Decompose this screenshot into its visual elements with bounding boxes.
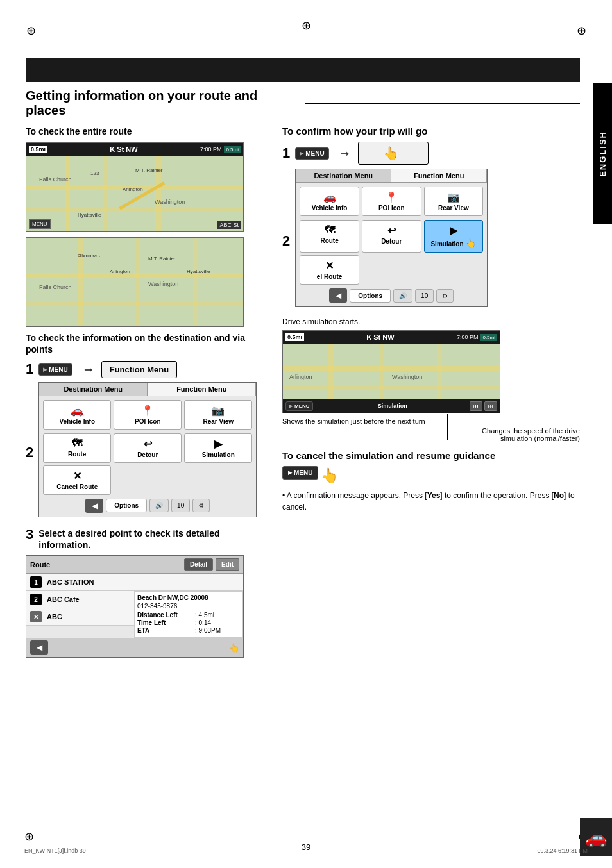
svg-rect-15 [135,238,139,327]
dest-tab-destination-right[interactable]: Destination Menu [296,169,391,182]
dest-item-cancel-right[interactable]: ✕ el Route [300,255,359,285]
dest-menu-screen-left: Destination Menu Function Menu 🚗 Vehicle… [38,382,257,517]
svg-rect-14 [78,238,83,327]
step1-number-right: 1 [282,145,290,162]
back-btn-right[interactable]: ◀ [329,288,347,303]
svg-rect-13 [26,238,244,327]
eta-label: ETA [137,627,195,634]
dest-item-cancel-left[interactable]: ✕ Cancel Route [43,465,111,495]
route-edit-btn[interactable]: Edit [216,558,239,571]
dest-item-route-right[interactable]: 🗺 Route [300,220,359,253]
hand-icon-route: 👆 [229,643,239,653]
route-item-3[interactable]: ✕ ABC [26,608,134,626]
route-icon-left: 🗺 [46,438,108,449]
step2-right: 2 Destination Menu Function Menu 🚗 Vehic… [282,169,580,313]
step2-left: 2 Destination Menu Function Menu 🚗 Vehic… [26,382,269,524]
small-btn-right1[interactable]: 🔊 [393,289,412,303]
cancel-label-left: Cancel Route [56,483,98,490]
check-entire-route-title: To check the entire route [26,126,269,137]
detour-label-left: Detour [137,451,158,458]
dest-menu-grid-row1-right: 🚗 Vehicle Info 📍 POI Icon 📷 Rear View [296,183,487,220]
options-btn-left[interactable]: Options [106,499,147,512]
rear-label-right: Rear View [438,204,469,212]
svg-text:Falls Church: Falls Church [39,176,72,183]
dest-item-sim-left[interactable]: ▶ Simulation [184,433,252,463]
route-detail-btn[interactable]: Detail [184,558,213,571]
sim-notes-area: Shows the simulation just before the nex… [282,417,580,442]
back-btn-left[interactable]: ◀ [85,499,103,513]
dest-item-vehicle-right[interactable]: 🚗 Vehicle Info [300,187,359,216]
step1-content-right: MENU ➞ 👆 [295,142,428,165]
drive-sim-label: Drive simulation starts. [282,317,580,326]
sim-controls: ⏮ ⏭ [470,401,497,411]
dest-item-rear-left[interactable]: 📷 Rear View [184,400,252,430]
header-bar [26,58,580,82]
hand-icon-sim: 👆 [465,238,476,248]
sim-next-btn[interactable]: ⏭ [484,401,497,411]
sim-prev-btn[interactable]: ⏮ [470,401,482,411]
small-btn-right2[interactable]: ⚙ [436,289,454,303]
step1-content-left: MENU ➞ Function Menu [38,361,177,378]
footer-right: 09.3.24 6:19:31 PM [537,847,588,854]
page-border-left [12,12,12,856]
dest-item-sim-right[interactable]: ▶ Simulation 👆 [424,220,484,253]
car-icon: 🚗 [585,827,608,848]
route-num-2: 2 [30,594,42,605]
route-header: Route Detail Edit [26,556,243,574]
dest-item-detour-left[interactable]: ↩ Detour [114,433,182,463]
sim-menu-btn[interactable]: MENU [285,401,313,411]
cancel-menu-btn[interactable]: MENU [282,466,318,480]
map-svg-2: Falls Church Washington Arlington Glenmo… [26,238,244,327]
route-back-btn[interactable]: ◀ [30,640,48,655]
cancel-section: To cancel the simulation and resume guid… [282,450,580,513]
dest-item-detour-right[interactable]: ↩ Detour [362,220,421,253]
svg-text:Arlington: Arlington [123,187,143,192]
right-column: To confirm how your trip will go 1 MENU … [282,126,580,658]
hand-icon-cancel: 👆 [321,467,338,484]
small-btn-left2[interactable]: ⚙ [192,499,210,512]
route-detail-phone: 012-345-9876 [137,603,240,610]
route-footer: ◀ 👆 [26,638,243,657]
route-num-3: ✕ [30,611,42,622]
sim-map-svg: Arlington Washington [283,344,500,400]
dest-tab-function-left[interactable]: Function Menu [148,383,256,396]
sim-map-header: 0.5mi K St NW 7:00 PM 0.5mi [283,331,500,344]
menu-button-left-1[interactable]: MENU [38,363,72,376]
options-btn-right[interactable]: Options [350,289,391,303]
check-info-title-text: To check the information on the destinat… [26,333,245,355]
dest-item-poi-right[interactable]: 📍 POI Icon [362,187,421,216]
dest-item-poi-left[interactable]: 📍 POI Icon [114,400,182,430]
svg-text:Hyattsville: Hyattsville [187,269,210,274]
footer-left: EN_KW-NT1[J]f.indb 39 [24,847,86,854]
route-item-1[interactable]: 1 ABC STATION [26,574,243,591]
route-num-1: 1 [30,576,42,588]
small-btn-num-left: 10 [171,499,190,512]
two-col-layout: To check the entire route 0.5mi K St NW … [26,126,580,658]
cancel-label-right: el Route [317,273,342,280]
yes-label: Yes [427,491,441,500]
map-dist-label: 0.5mi [29,146,47,153]
check-info-section: To check the information on the destinat… [26,332,269,658]
svg-text:Washington: Washington [148,281,178,287]
dest-tab-function-right[interactable]: Function Menu [391,169,487,182]
sim-map: 0.5mi K St NW 7:00 PM 0.5mi Arlington Wa… [282,330,500,413]
map-menu-label-1: MENU [32,221,47,227]
route-label-left: Route [68,451,86,458]
cancel-icon-right: ✕ [303,260,356,272]
route-item-2[interactable]: 2 ABC Cafe [26,591,134,608]
dest-item-vehicle-left[interactable]: 🚗 Vehicle Info [43,400,111,430]
svg-rect-18 [26,302,244,306]
poi-label-right: POI Icon [378,204,405,212]
page-title-area: Getting information on your route and pl… [26,88,580,118]
svg-rect-28 [437,344,442,400]
dest-tab-destination-left[interactable]: Destination Menu [39,383,148,396]
map-menu-btn-1[interactable]: MENU [29,219,51,229]
svg-rect-26 [328,344,333,400]
svg-text:Washington: Washington [392,374,422,380]
svg-text:Falls Church: Falls Church [39,284,72,290]
dest-item-rear-right[interactable]: 📷 Rear View [424,187,484,216]
menu-button-right-1[interactable]: MENU [295,147,328,160]
small-btn-left1[interactable]: 🔊 [149,499,169,512]
map-entire-route-2: Falls Church Washington Arlington Glenmo… [26,237,244,327]
dest-item-route-left[interactable]: 🗺 Route [43,433,111,463]
